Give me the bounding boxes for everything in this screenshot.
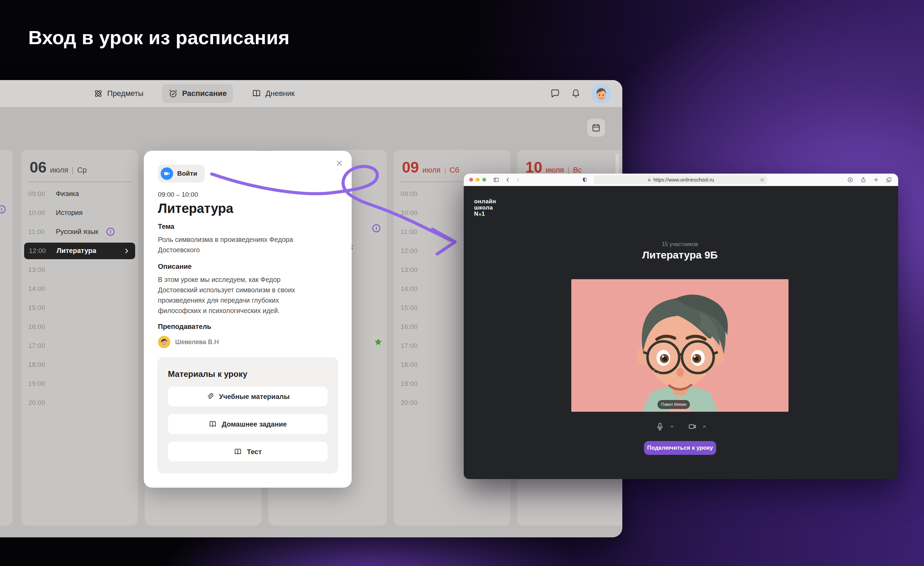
window-controls	[469, 178, 486, 182]
vertical-scrollbar[interactable]	[615, 154, 619, 176]
slide-title: Вход в урок из расписания	[28, 26, 290, 49]
lesson-modal: × Войти 09:00 – 10:00 Литература Тема Ро…	[144, 151, 352, 488]
share-icon[interactable]	[860, 177, 866, 183]
tabs-overview-icon[interactable]	[886, 177, 892, 183]
minimize-window-button[interactable]	[476, 178, 480, 182]
empty-slot: 16:00	[21, 317, 138, 336]
empty-slot: 19:00	[21, 374, 138, 393]
empty-slot: 14:00	[21, 279, 138, 298]
sidebar-icon[interactable]	[493, 177, 499, 183]
day-column-sliver: !	[0, 150, 13, 525]
join-chip-label: Войти	[177, 170, 197, 178]
day-header: 10 июля | Вс	[517, 150, 622, 176]
description-text: В этом уроке мы исследуем, как Федор Дос…	[158, 274, 307, 316]
forward-icon[interactable]	[515, 177, 521, 183]
tab-subjects[interactable]: Предметы	[87, 84, 150, 103]
chevron-right-icon	[123, 247, 130, 255]
zoom-window-button[interactable]	[482, 178, 486, 182]
chevron-up-icon[interactable]	[670, 424, 674, 429]
bell-icon[interactable]	[571, 88, 581, 99]
nav-right-actions	[550, 84, 611, 104]
tab-subjects-label: Предметы	[107, 89, 143, 98]
homework-button[interactable]: Домашнее задание	[168, 414, 327, 434]
chat-icon[interactable]	[550, 88, 560, 99]
alert-icon: !	[106, 228, 114, 236]
alarm-check-icon	[168, 89, 178, 98]
paperclip-icon	[206, 392, 214, 401]
test-label: Тест	[247, 448, 262, 456]
refresh-icon[interactable]	[760, 178, 764, 182]
close-window-button[interactable]	[469, 178, 473, 182]
day-column-06: 06 июля | Ср 09:00 Физика 10:00 История …	[21, 150, 138, 525]
atom-icon	[93, 89, 103, 98]
lesson-rows: 09:00 Физика 10:00 История 11:00 Русский…	[21, 184, 138, 412]
day-date: 06	[30, 159, 46, 176]
study-materials-button[interactable]: Учебные материалы	[168, 387, 327, 406]
day-date: 09	[402, 159, 419, 176]
new-tab-icon[interactable]	[873, 177, 879, 183]
room-title: Литература 9Б	[464, 249, 896, 261]
tab-schedule-label: Расписание	[182, 89, 226, 98]
chevron-up-icon[interactable]	[702, 424, 706, 429]
camera-icon[interactable]	[688, 422, 697, 431]
lock-icon	[647, 178, 651, 182]
close-icon[interactable]: ×	[336, 157, 343, 169]
lesson-time-range: 09:00 – 10:00	[158, 190, 337, 199]
teacher-label: Преподаватель	[158, 322, 337, 331]
book-icon	[234, 448, 242, 456]
empty-slot: 20:00	[21, 393, 138, 412]
lesson-row[interactable]: 09:00 Физика	[21, 184, 138, 203]
description-label: Описание	[158, 262, 337, 271]
slide-canvas: Вход в урок из расписания Предметы	[0, 0, 924, 566]
calendar-view-button[interactable]	[587, 119, 605, 137]
empty-slot: 17:00	[21, 336, 138, 355]
video-call-icon	[160, 167, 173, 180]
lesson-row-active[interactable]: 12:00 Литература	[24, 242, 135, 259]
student-avatar-illustration	[571, 279, 789, 412]
study-materials-label: Учебные материалы	[219, 393, 290, 401]
day-header: 09 июля | Сб	[394, 150, 510, 176]
theme-text: Роль символизма в произведениях Федора Д…	[158, 234, 307, 255]
lesson-page: онлайн школа N1 15 участников Литература…	[464, 186, 898, 479]
address-bar[interactable]: https://www.onlineschool.ru	[594, 175, 767, 184]
empty-slot: 13:00	[21, 260, 138, 279]
teacher-name: Шевелева В.Н	[175, 338, 219, 346]
call-controls	[464, 422, 898, 431]
download-icon[interactable]	[847, 177, 854, 183]
video-tile: Павел Михин	[571, 279, 789, 412]
book-icon	[252, 89, 261, 98]
back-icon[interactable]	[505, 177, 511, 183]
browser-toolbar: https://www.onlineschool.ru	[464, 174, 898, 186]
day-header: 06 июля | Ср	[21, 150, 138, 176]
teacher-row: Шевелева В.Н	[158, 335, 337, 349]
nav-tabs: Предметы Расписание Дневник	[87, 84, 301, 103]
user-avatar[interactable]	[591, 84, 611, 104]
microphone-icon[interactable]	[656, 422, 664, 431]
lesson-title: Литература	[158, 200, 337, 217]
browser-window: https://www.onlineschool.ru онлайн ш	[464, 174, 898, 479]
alert-icon: !	[372, 224, 380, 232]
empty-slot: 18:00	[21, 355, 138, 374]
lesson-row[interactable]: 10:00 История	[21, 203, 138, 222]
memoji-avatar-image	[591, 84, 611, 104]
test-button[interactable]: Тест	[168, 442, 327, 462]
materials-title: Материалы к уроку	[168, 369, 327, 379]
tab-diary[interactable]: Дневник	[246, 84, 301, 103]
logo-green-dot	[479, 213, 481, 216]
participants-count: 15 участников	[464, 241, 896, 247]
student-name-badge: Павел Михин	[657, 400, 690, 409]
tab-schedule[interactable]: Расписание	[162, 84, 233, 103]
empty-slot: 15:00	[21, 298, 138, 317]
calendar-icon	[591, 123, 601, 132]
privacy-shield-icon[interactable]	[582, 177, 588, 182]
lesson-row[interactable]: 11:00 Русский язык !	[21, 222, 138, 241]
homework-label: Домашнее задание	[222, 420, 287, 428]
teacher-avatar	[158, 336, 170, 348]
theme-label: Тема	[158, 222, 337, 231]
materials-section: Материалы к уроку Учебные материалы Дома…	[157, 357, 338, 474]
school-logo: онлайн школа N1	[474, 199, 496, 217]
join-lesson-button[interactable]: Подключиться к уроку	[644, 441, 716, 455]
book-icon	[208, 420, 217, 428]
join-lesson-chip[interactable]: Войти	[158, 165, 205, 182]
header-divider	[28, 182, 132, 182]
